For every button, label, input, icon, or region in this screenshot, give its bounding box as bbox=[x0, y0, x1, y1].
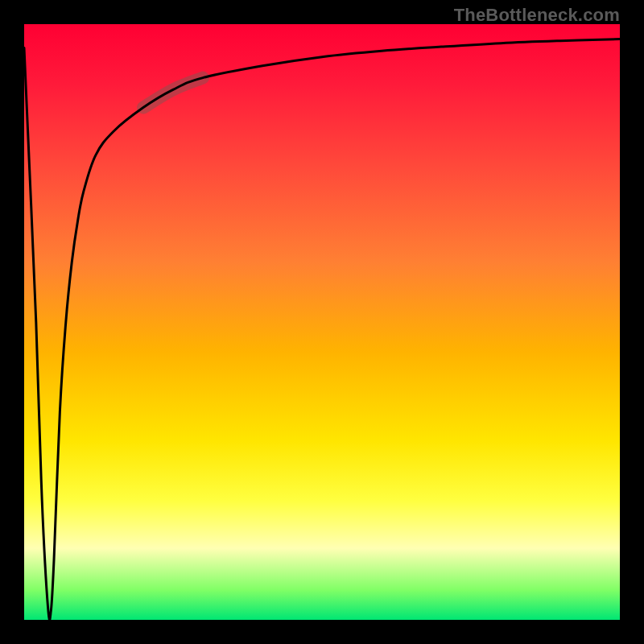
bottleneck-curve bbox=[24, 39, 620, 621]
attribution-text: TheBottleneck.com bbox=[454, 5, 620, 26]
chart-svg bbox=[24, 24, 620, 620]
highlight-segment bbox=[143, 78, 203, 108]
chart-stage: TheBottleneck.com bbox=[0, 0, 644, 644]
